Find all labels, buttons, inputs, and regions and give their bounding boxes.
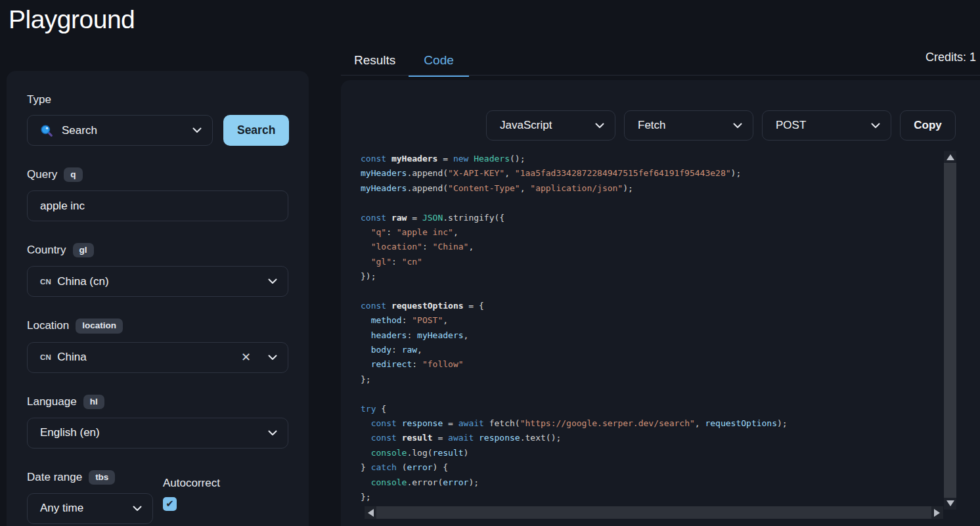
country-param-badge: gl — [73, 243, 94, 257]
daterange-select-value: Any time — [40, 502, 83, 515]
horizontal-scrollbar[interactable] — [365, 506, 943, 519]
chevron-down-icon — [268, 278, 277, 284]
code-panel: JavaScript Fetch POST Copy const myHeade… — [341, 80, 980, 526]
location-select[interactable]: CN China ✕ — [27, 342, 288, 373]
country-label: Country — [27, 244, 66, 257]
scroll-up-icon[interactable] — [947, 154, 954, 160]
tab-results[interactable]: Results — [354, 45, 395, 76]
language-select-value: English (en) — [40, 426, 100, 439]
chevron-down-icon — [733, 123, 742, 129]
scroll-down-icon[interactable] — [947, 500, 954, 506]
search-button[interactable]: Search — [223, 115, 289, 146]
scroll-right-icon[interactable] — [934, 509, 940, 517]
daterange-label: Date range — [27, 471, 82, 484]
location-select-value: China — [57, 351, 86, 364]
magnifier-icon — [40, 124, 53, 137]
horizontal-scrollbar-thumb[interactable] — [376, 506, 931, 519]
chevron-down-icon — [133, 506, 142, 512]
language-param-badge: hl — [83, 395, 104, 409]
type-select[interactable]: Search — [27, 115, 213, 146]
daterange-select[interactable]: Any time — [27, 493, 153, 524]
language-select[interactable]: English (en) — [27, 418, 288, 449]
location-field: Location location CN China ✕ — [27, 318, 289, 372]
page-title: Playground — [9, 5, 135, 34]
language-dropdown[interactable]: JavaScript — [486, 110, 615, 141]
method-dropdown-value: POST — [776, 119, 806, 132]
library-dropdown[interactable]: Fetch — [624, 110, 753, 141]
daterange-param-badge: tbs — [89, 470, 115, 485]
playground-page: Playground Credits: 1 Results Code Type — [0, 0, 980, 526]
location-param-badge: location — [76, 318, 123, 333]
location-label: Location — [27, 319, 69, 332]
autocorrect-checkbox[interactable]: ✔ — [163, 497, 177, 511]
scroll-left-icon[interactable] — [368, 509, 374, 517]
chevron-down-icon — [595, 123, 604, 129]
method-dropdown[interactable]: POST — [762, 110, 891, 141]
language-dropdown-value: JavaScript — [500, 119, 552, 132]
query-label: Query — [27, 168, 57, 181]
credits-label: Credits: 1 — [925, 51, 976, 64]
type-label: Type — [27, 93, 51, 106]
country-field: Country gl CN China (cn) — [27, 243, 289, 297]
language-label: Language — [27, 395, 77, 408]
checkmark-icon: ✔ — [166, 498, 174, 510]
search-form-panel: Type Search Search — [7, 71, 309, 526]
autocorrect-field: Autocorrect ✔ — [163, 477, 220, 524]
clear-location-icon[interactable]: ✕ — [238, 350, 254, 364]
chevron-down-icon — [871, 123, 880, 129]
autocorrect-label: Autocorrect — [163, 477, 220, 490]
country-select-value: China (cn) — [57, 275, 108, 288]
chevron-down-icon — [268, 430, 277, 436]
daterange-field: Date range tbs Any time — [27, 470, 153, 524]
chevron-down-icon — [268, 355, 277, 361]
country-select[interactable]: CN China (cn) — [27, 266, 288, 297]
vertical-scrollbar[interactable] — [944, 151, 956, 510]
library-dropdown-value: Fetch — [638, 119, 666, 132]
code-toolbar: JavaScript Fetch POST Copy — [486, 110, 956, 141]
query-input[interactable]: apple inc — [27, 190, 288, 221]
tabbar-divider — [341, 75, 980, 76]
query-param-badge: q — [64, 167, 82, 182]
copy-button[interactable]: Copy — [900, 110, 956, 141]
type-select-value: Search — [62, 124, 97, 137]
type-field: Type Search Search — [27, 93, 289, 146]
country-flag-code: CN — [40, 278, 51, 286]
location-flag-code: CN — [40, 353, 51, 361]
tab-bar: Results Code — [354, 45, 469, 76]
chevron-down-icon — [192, 127, 202, 133]
code-block: const myHeaders = new Headers();myHeader… — [361, 152, 939, 504]
tab-code[interactable]: Code — [409, 45, 468, 77]
language-field: Language hl English (en) — [27, 395, 289, 449]
query-field: Query q apple inc — [27, 167, 289, 221]
vertical-scrollbar-thumb[interactable] — [944, 163, 956, 498]
